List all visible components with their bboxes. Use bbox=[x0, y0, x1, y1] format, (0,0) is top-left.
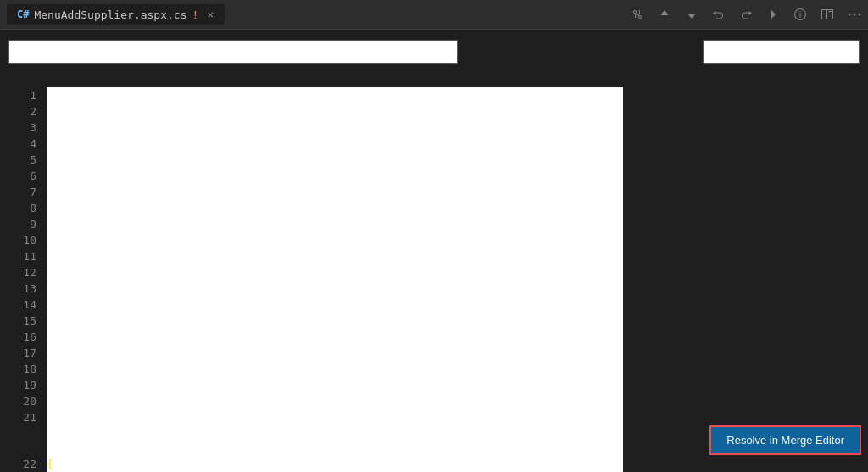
tab-group: C# MenuAddSupplier.aspx.cs ! × bbox=[7, 4, 225, 25]
line-number: 17 bbox=[0, 345, 36, 361]
opening-brace: { bbox=[47, 458, 53, 470]
tab-filename: MenuAddSupplier.aspx.cs bbox=[34, 8, 186, 21]
toolbar-actions bbox=[631, 8, 861, 21]
line-number: 6 bbox=[0, 168, 36, 184]
line-number: 8 bbox=[0, 200, 36, 216]
search-bar[interactable] bbox=[8, 40, 458, 64]
line-number: 20 bbox=[0, 393, 36, 409]
split-editor-icon[interactable] bbox=[821, 8, 834, 21]
line-number: 4 bbox=[0, 136, 36, 152]
line-number: 11 bbox=[0, 248, 36, 264]
line-number: 7 bbox=[0, 184, 36, 200]
tab-modified-indicator: ! bbox=[192, 8, 198, 21]
line-number: 9 bbox=[0, 216, 36, 232]
bottom-line: 22 { bbox=[0, 455, 623, 472]
undo-icon[interactable] bbox=[712, 8, 726, 21]
svg-point-1 bbox=[854, 14, 856, 16]
line-number: 1 bbox=[0, 87, 36, 103]
line-number: 18 bbox=[0, 361, 36, 377]
right-search-bar[interactable] bbox=[703, 40, 860, 64]
navigate-forward-icon[interactable] bbox=[766, 8, 780, 21]
code-panel: 1 2 3 4 5 6 7 8 9 10 11 12 13 14 15 16 1… bbox=[0, 30, 623, 472]
svg-point-0 bbox=[849, 14, 851, 16]
editor-tab[interactable]: C# MenuAddSupplier.aspx.cs ! × bbox=[7, 4, 225, 25]
more-actions-icon[interactable] bbox=[848, 8, 861, 21]
code-content: 1 2 3 4 5 6 7 8 9 10 11 12 13 14 15 16 1… bbox=[0, 81, 623, 472]
svg-point-2 bbox=[859, 14, 861, 16]
line-number: 21 bbox=[0, 409, 36, 425]
line-number: 10 bbox=[0, 232, 36, 248]
resolve-merge-editor-button[interactable]: Resolve in Merge Editor bbox=[709, 425, 861, 455]
editor-area: 1 2 3 4 5 6 7 8 9 10 11 12 13 14 15 16 1… bbox=[0, 30, 868, 472]
line-number: 14 bbox=[0, 297, 36, 313]
line-number: 5 bbox=[0, 152, 36, 168]
title-bar: C# MenuAddSupplier.aspx.cs ! × bbox=[0, 0, 868, 30]
right-panel: Resolve in Merge Editor bbox=[623, 30, 868, 472]
line-number-22: 22 bbox=[0, 458, 47, 470]
git-compare-icon[interactable] bbox=[631, 8, 644, 21]
line-number: 15 bbox=[0, 313, 36, 329]
line-number: 19 bbox=[0, 377, 36, 393]
line-number: 12 bbox=[0, 264, 36, 280]
line-number: 2 bbox=[0, 103, 36, 119]
code-editor[interactable] bbox=[47, 87, 623, 472]
arrow-up-icon[interactable] bbox=[658, 8, 671, 21]
info-icon[interactable] bbox=[793, 8, 807, 21]
redo-icon[interactable] bbox=[739, 8, 753, 21]
file-type-icon: C# bbox=[17, 8, 29, 20]
line-numbers: 1 2 3 4 5 6 7 8 9 10 11 12 13 14 15 16 1… bbox=[0, 81, 47, 472]
line-number: 3 bbox=[0, 119, 36, 136]
line-number: 16 bbox=[0, 329, 36, 345]
line-number: 13 bbox=[0, 280, 36, 297]
arrow-down-icon[interactable] bbox=[685, 8, 698, 21]
tab-close-button[interactable]: × bbox=[207, 8, 214, 21]
